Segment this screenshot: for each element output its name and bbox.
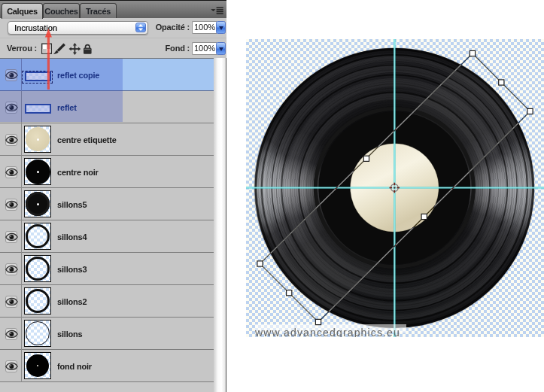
- svg-text:www.advancedgraphics.eu: www.advancedgraphics.eu: [254, 327, 400, 338]
